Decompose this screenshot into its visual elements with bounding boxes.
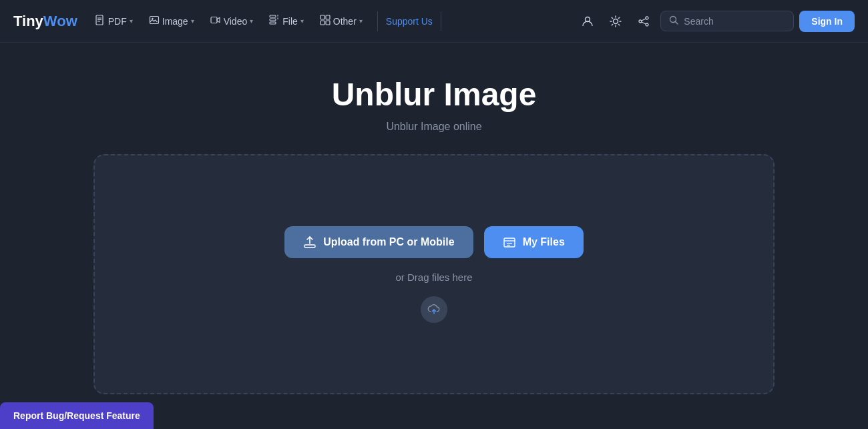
chevron-down-icon-other: ▾ [359, 17, 363, 25]
sign-in-button[interactable]: Sign In [799, 11, 855, 32]
file-icon [269, 15, 280, 27]
svg-rect-16 [326, 21, 330, 25]
chevron-down-icon-video: ▾ [250, 17, 253, 25]
svg-line-30 [642, 19, 646, 21]
svg-rect-6 [211, 17, 217, 23]
sun-icon [610, 15, 622, 27]
svg-rect-4 [150, 17, 158, 24]
logo-wow: Wow [43, 13, 77, 29]
svg-rect-15 [320, 21, 324, 25]
svg-point-28 [639, 20, 642, 23]
svg-line-24 [619, 24, 620, 25]
myfiles-icon [503, 236, 516, 249]
nav-label-file: File [282, 16, 298, 27]
grid-icon [320, 15, 331, 27]
support-us-link[interactable]: Support Us [386, 16, 433, 27]
nav-item-file[interactable]: File ▾ [262, 11, 310, 31]
share-icon [638, 15, 650, 27]
nav-item-other[interactable]: Other ▾ [313, 11, 369, 31]
nav-label-image: Image [162, 16, 188, 27]
chevron-down-icon-pdf: ▾ [130, 17, 133, 25]
svg-rect-14 [326, 15, 330, 19]
page-subtitle: Unblur Image online [386, 121, 481, 133]
cloud-upload-icon [427, 303, 441, 316]
svg-line-33 [676, 21, 678, 24]
account-icon-btn[interactable] [576, 10, 599, 33]
nav-item-image[interactable]: Image ▾ [142, 11, 201, 31]
svg-point-27 [646, 17, 648, 19]
svg-point-18 [614, 19, 618, 23]
svg-point-5 [152, 18, 153, 19]
cloud-upload-icon-circle [421, 296, 447, 323]
navbar: TinyWow PDF ▾ Image ▾ [0, 0, 868, 43]
svg-line-26 [612, 24, 613, 25]
image-icon [149, 15, 160, 27]
nav-right: Sign In [576, 10, 855, 33]
search-input[interactable] [684, 16, 785, 27]
nav-item-pdf[interactable]: PDF ▾ [88, 11, 140, 31]
svg-line-31 [642, 22, 646, 24]
theme-toggle-btn[interactable] [604, 10, 627, 33]
svg-rect-7 [270, 15, 276, 17]
svg-rect-9 [270, 22, 276, 24]
page-title: Unblur Image [332, 76, 537, 113]
svg-rect-13 [320, 15, 324, 19]
nav-item-video[interactable]: Video ▾ [204, 11, 260, 31]
upload-area: Upload from PC or Mobile My Files or Dra… [93, 154, 775, 394]
upload-buttons: Upload from PC or Mobile My Files [284, 226, 584, 258]
chevron-down-icon-file: ▾ [300, 17, 304, 25]
nav-label-pdf: PDF [108, 16, 127, 27]
nav-label-other: Other [333, 16, 357, 27]
svg-rect-34 [304, 245, 315, 248]
svg-point-29 [646, 23, 648, 26]
nav-divider-2 [441, 11, 441, 31]
upload-btn-label: Upload from PC or Mobile [323, 236, 454, 248]
logo[interactable]: TinyWow [13, 13, 77, 30]
pdf-icon [95, 15, 105, 27]
report-bug-button[interactable]: Report Bug/Request Feature [0, 402, 154, 429]
svg-line-23 [612, 17, 613, 18]
my-files-button[interactable]: My Files [484, 226, 584, 258]
logo-tiny: Tiny [13, 13, 43, 29]
my-files-label: My Files [523, 236, 565, 248]
svg-line-25 [619, 17, 620, 18]
drag-files-text: or Drag files here [395, 272, 472, 283]
search-box[interactable] [660, 11, 794, 31]
account-icon [582, 15, 594, 27]
main-content: Unblur Image Unblur Image online Upload … [0, 43, 868, 394]
nav-label-video: Video [224, 16, 248, 27]
video-icon [210, 15, 221, 27]
upload-from-pc-button[interactable]: Upload from PC or Mobile [284, 226, 473, 258]
chevron-down-icon-image: ▾ [191, 17, 194, 25]
svg-rect-8 [270, 19, 276, 21]
search-icon [669, 15, 678, 27]
share-btn[interactable] [632, 10, 655, 33]
upload-icon [303, 236, 316, 249]
nav-divider [377, 11, 378, 31]
